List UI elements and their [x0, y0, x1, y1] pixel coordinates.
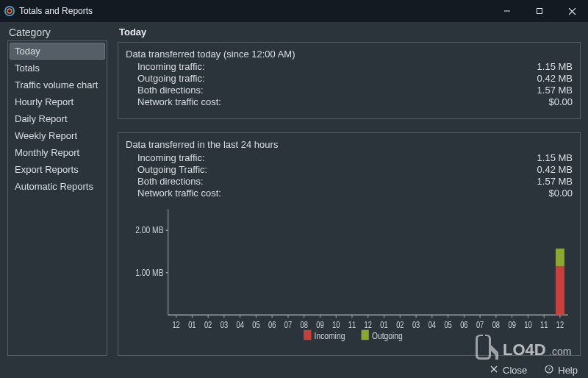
stat-label: Network traffic cost:: [137, 188, 548, 199]
sidebar-item-daily-report[interactable]: Daily Report: [10, 110, 105, 127]
stat-value: 1.57 MB: [537, 176, 573, 187]
svg-text:Outgoing: Outgoing: [372, 329, 403, 341]
sidebar-header: Category: [7, 26, 107, 40]
stat-row: Both directions:1.57 MB: [137, 85, 573, 96]
close-window-button[interactable]: [556, 0, 588, 22]
svg-rect-60: [556, 266, 564, 315]
svg-text:01: 01: [188, 320, 196, 330]
traffic-chart: 1.00 MB2.00 MB12010203040506070809101112…: [126, 205, 573, 345]
stat-value: 0.42 MB: [537, 73, 573, 84]
svg-text:Incoming: Incoming: [315, 329, 345, 341]
svg-text:10: 10: [524, 320, 531, 330]
panel-today: Data transferred today (since 12:00 AM) …: [118, 42, 581, 119]
stat-value: 1.57 MB: [537, 85, 573, 96]
stat-value: 1.15 MB: [537, 61, 573, 72]
svg-text:07: 07: [284, 320, 292, 330]
svg-text:10: 10: [332, 320, 340, 330]
maximize-button[interactable]: [523, 0, 556, 22]
stat-row: Incoming traffic:1.15 MB: [137, 61, 573, 72]
svg-text:03: 03: [412, 320, 420, 330]
page-title: Today: [118, 26, 581, 42]
help-button[interactable]: ? Help: [545, 365, 578, 376]
sidebar-item-weekly-report[interactable]: Weekly Report: [10, 127, 105, 144]
help-label: Help: [558, 365, 578, 376]
stat-row: Outgoing traffic:0.42 MB: [137, 73, 573, 84]
svg-text:06: 06: [268, 320, 276, 330]
svg-text:02: 02: [204, 320, 212, 330]
sidebar-item-totals[interactable]: Totals: [10, 60, 105, 76]
svg-text:2.00 MB: 2.00 MB: [135, 224, 163, 236]
sidebar-item-monthly-report[interactable]: Monthly Report: [10, 144, 105, 161]
minimize-button[interactable]: [491, 0, 523, 22]
svg-point-0: [5, 7, 14, 15]
svg-text:?: ?: [548, 366, 551, 373]
sidebar-item-today[interactable]: Today: [10, 43, 105, 60]
stat-row: Incoming traffic:1.15 MB: [137, 152, 573, 163]
close-button[interactable]: Close: [490, 365, 527, 376]
svg-text:08: 08: [492, 320, 500, 330]
svg-text:01: 01: [380, 320, 387, 330]
stat-label: Incoming traffic:: [137, 152, 537, 163]
svg-rect-3: [537, 9, 542, 14]
stat-value: $0.00: [548, 188, 573, 199]
stat-label: Both directions:: [137, 85, 537, 96]
svg-text:06: 06: [460, 320, 467, 330]
sidebar-item-export-reports[interactable]: Export Reports: [10, 161, 105, 178]
sidebar-item-traffic-volume-chart[interactable]: Traffic volume chart: [10, 76, 105, 93]
svg-text:11: 11: [348, 320, 356, 330]
svg-text:08: 08: [301, 320, 308, 330]
panel-today-heading: Data transferred today (since 12:00 AM): [126, 49, 573, 60]
panel-24h-heading: Data transferred in the last 24 hours: [126, 139, 573, 150]
svg-point-1: [7, 9, 12, 13]
category-list: TodayTotalsTraffic volume chartHourly Re…: [7, 40, 107, 356]
close-label: Close: [503, 365, 527, 376]
svg-text:07: 07: [476, 320, 484, 330]
svg-text:04: 04: [429, 320, 436, 330]
stat-label: Outgoing Traffic:: [137, 164, 537, 175]
stat-value: $0.00: [548, 96, 573, 107]
sidebar: Category TodayTotalsTraffic volume chart…: [7, 26, 107, 356]
svg-rect-66: [361, 330, 368, 340]
sidebar-item-automatic-reports[interactable]: Automatic Reports: [10, 178, 105, 195]
svg-rect-64: [304, 330, 311, 340]
stat-row: Outgoing Traffic:0.42 MB: [137, 164, 573, 175]
app-icon: [4, 6, 15, 16]
svg-text:12: 12: [556, 320, 564, 330]
svg-text:11: 11: [540, 320, 548, 330]
stat-row: Network traffic cost:$0.00: [137, 188, 573, 199]
window-title: Totals and Reports: [19, 6, 93, 16]
panel-24h: Data transferred in the last 24 hours In…: [118, 132, 581, 356]
stat-row: Both directions:1.57 MB: [137, 176, 573, 187]
stat-label: Incoming traffic:: [137, 61, 537, 72]
svg-text:05: 05: [444, 320, 451, 330]
svg-text:1.00 MB: 1.00 MB: [135, 266, 163, 278]
close-icon: [490, 365, 498, 376]
svg-rect-61: [556, 249, 564, 266]
svg-text:03: 03: [220, 320, 228, 330]
svg-text:12: 12: [365, 320, 372, 330]
stat-label: Both directions:: [137, 176, 537, 187]
svg-text:09: 09: [316, 320, 323, 330]
svg-text:02: 02: [396, 320, 404, 330]
svg-text:04: 04: [236, 320, 243, 330]
svg-text:05: 05: [252, 320, 259, 330]
help-icon: ?: [545, 365, 553, 376]
titlebar: Totals and Reports: [0, 0, 588, 22]
stat-label: Outgoing traffic:: [137, 73, 537, 84]
sidebar-item-hourly-report[interactable]: Hourly Report: [10, 93, 105, 110]
main-pane: Today Data transferred today (since 12:0…: [118, 26, 581, 356]
svg-text:12: 12: [172, 320, 179, 330]
stat-row: Network traffic cost:$0.00: [137, 96, 573, 107]
footer: Close ? Help: [0, 362, 588, 378]
stat-value: 1.15 MB: [537, 152, 573, 163]
svg-text:09: 09: [508, 320, 515, 330]
stat-label: Network traffic cost:: [137, 96, 548, 107]
stat-value: 0.42 MB: [537, 164, 573, 175]
